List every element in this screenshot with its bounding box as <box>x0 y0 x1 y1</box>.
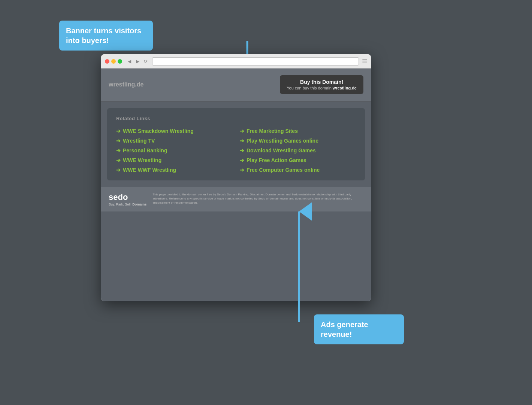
link-free-computer-games[interactable]: ➔ Free Computer Games online <box>240 167 356 173</box>
link-download-wrestling[interactable]: ➔ Download Wrestling Games <box>240 147 356 153</box>
link-personal-banking[interactable]: ➔ Personal Banking <box>116 147 232 153</box>
arrow-icon-5: ➔ <box>116 167 121 173</box>
arrow-icon-7: ➔ <box>240 138 244 144</box>
link-play-free-action[interactable]: ➔ Play Free Action Games <box>240 157 356 163</box>
back-button[interactable]: ◀ <box>126 58 133 65</box>
buy-banner-domain: wrestling.de <box>333 86 357 90</box>
callout-banner-text: Banner turns visitors into buyers! <box>66 27 141 45</box>
link-wwe-wwf-wrestling[interactable]: ➔ WWE WWF Wrestling <box>116 167 232 173</box>
link-label-free-computer-games: Free Computer Games online <box>247 167 320 173</box>
link-label-wwe-wwf-wrestling: WWE WWF Wrestling <box>123 167 176 173</box>
browser-content: wrestling.de Buy this Domain! You can bu… <box>101 68 371 301</box>
buy-banner-title: Buy this Domain! <box>287 79 357 85</box>
sedo-footer: sedo Buy. Park. Sell. Domains This page … <box>101 187 371 211</box>
reload-button[interactable]: ⟳ <box>142 58 149 65</box>
link-label-play-free-action: Play Free Action Games <box>247 157 306 163</box>
link-label-wrestling-tv: Wrestling TV <box>123 138 155 144</box>
link-wwe-wrestling[interactable]: ➔ WWE Wrestling <box>116 157 232 163</box>
buy-banner-subtitle-prefix: You can buy this domain <box>287 86 333 90</box>
links-left-column: ➔ WWE Smackdown Wrestling ➔ Wrestling TV… <box>116 128 232 173</box>
sedo-disclaimer: This page provided to the domain owner f… <box>152 192 363 205</box>
arrow-icon-8: ➔ <box>240 147 244 153</box>
link-free-marketing[interactable]: ➔ Free Marketing Sites <box>240 128 356 134</box>
links-grid: ➔ WWE Smackdown Wrestling ➔ Wrestling TV… <box>116 128 356 173</box>
arrow-icon-2: ➔ <box>116 138 121 144</box>
buy-domain-banner[interactable]: Buy this Domain! You can buy this domain… <box>280 75 363 94</box>
sedo-logo: sedo Buy. Park. Sell. Domains <box>109 192 146 206</box>
link-wrestling-tv[interactable]: ➔ Wrestling TV <box>116 138 232 144</box>
related-links-title: Related Links <box>116 116 356 121</box>
link-label-download-wrestling: Download Wrestling Games <box>247 147 316 153</box>
links-right-column: ➔ Free Marketing Sites ➔ Play Wrestling … <box>240 128 356 173</box>
callout-banner-box: Banner turns visitors into buyers! <box>59 21 153 51</box>
domain-header: wrestling.de Buy this Domain! You can bu… <box>101 68 371 101</box>
domain-name-label: wrestling.de <box>109 81 143 88</box>
browser-titlebar: ◀ ▶ ⟳ ☰ <box>101 54 371 68</box>
traffic-light-red[interactable] <box>105 59 109 64</box>
link-label-wwe-wrestling: WWE Wrestling <box>123 157 161 163</box>
arrow-ads-connector <box>291 208 306 322</box>
callout-ads-text: Ads generate revenue! <box>321 320 368 338</box>
browser-nav: ◀ ▶ ⟳ <box>126 58 149 65</box>
traffic-lights <box>105 59 122 64</box>
browser-window: ◀ ▶ ⟳ ☰ wrestling.de Buy this Domain! Yo… <box>101 54 371 301</box>
traffic-light-green[interactable] <box>118 59 122 64</box>
arrow-icon-6: ➔ <box>240 128 244 134</box>
link-play-wrestling-games[interactable]: ➔ Play Wrestling Games online <box>240 138 356 144</box>
link-label-free-marketing: Free Marketing Sites <box>247 128 298 134</box>
arrow-icon-3: ➔ <box>116 147 121 153</box>
arrow-icon-10: ➔ <box>240 167 244 173</box>
forward-button[interactable]: ▶ <box>134 58 141 65</box>
buy-banner-subtitle: You can buy this domain wrestling.de <box>287 86 357 90</box>
link-wwe-smackdown[interactable]: ➔ WWE Smackdown Wrestling <box>116 128 232 134</box>
related-links-panel: Related Links ➔ WWE Smackdown Wrestling … <box>107 108 365 180</box>
traffic-light-yellow[interactable] <box>111 59 116 64</box>
link-label-wwe-smackdown: WWE Smackdown Wrestling <box>123 128 194 134</box>
arrow-icon-1: ➔ <box>116 128 121 134</box>
link-label-personal-banking: Personal Banking <box>123 147 167 153</box>
address-bar[interactable] <box>152 57 359 66</box>
sedo-domains-label: Domains <box>132 202 146 206</box>
arrow-icon-9: ➔ <box>240 157 244 163</box>
arrow-icon-4: ➔ <box>116 157 121 163</box>
sedo-tagline: Buy. Park. Sell. Domains <box>109 202 146 206</box>
link-label-play-wrestling: Play Wrestling Games online <box>247 138 318 144</box>
sedo-logo-text: sedo <box>109 192 146 202</box>
hamburger-menu[interactable]: ☰ <box>362 58 367 64</box>
callout-ads-box: Ads generate revenue! <box>314 314 404 344</box>
